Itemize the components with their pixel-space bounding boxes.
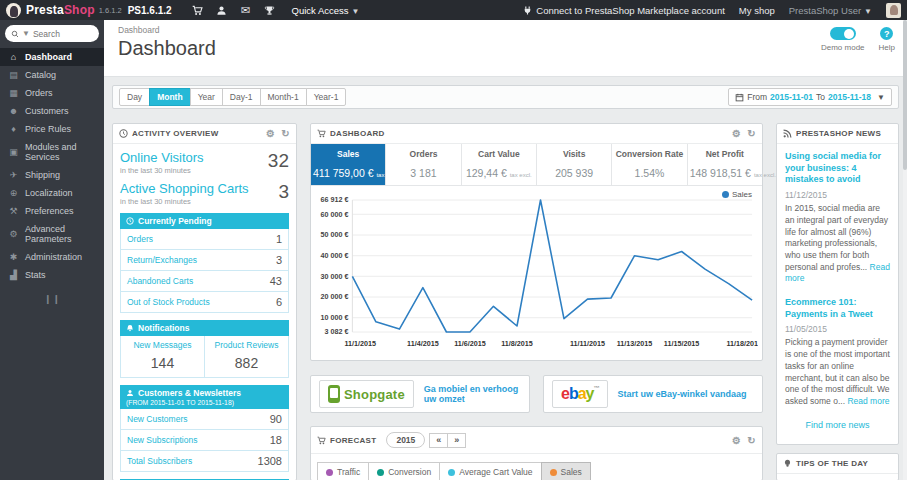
cell-value: 144 [123, 355, 202, 371]
sidebar-item-preferences[interactable]: ⚒Preferences [0, 202, 104, 220]
sidebar-item-modules[interactable]: ▣Modules and Services [0, 138, 104, 166]
active-carts-link[interactable]: Active Shopping Carts [120, 181, 289, 196]
forecast-year-button[interactable]: 2015 [386, 432, 425, 448]
sidebar-item-shipping[interactable]: ✈Shipping [0, 166, 104, 184]
shopgate-banner[interactable]: Shopgate Ga mobiel en verhoog uw omzet [310, 375, 530, 413]
page-scrollbar[interactable] [903, 20, 907, 480]
find-more-news-link[interactable]: Find more news [785, 408, 890, 440]
ebay-letter: y [586, 385, 594, 402]
modules-icon: ▣ [8, 147, 19, 157]
svg-text:60 000 €: 60 000 € [320, 210, 348, 219]
kpi-orders[interactable]: Orders3 181 [385, 144, 460, 185]
sidebar-item-price-rules[interactable]: ♦Price Rules [0, 120, 104, 138]
sidebar-item-localization[interactable]: ⊕Localization [0, 184, 104, 202]
clock-icon [126, 217, 134, 225]
kpi-cart-value[interactable]: Cart Value129,44 € tax excl. [461, 144, 536, 185]
kpi-value: 1.54% [635, 167, 665, 179]
chart-legend[interactable]: Sales [722, 190, 752, 199]
my-shop-link[interactable]: My shop [739, 5, 775, 16]
filter-month-1-button[interactable]: Month-1 [260, 88, 307, 106]
sidebar-item-label: Preferences [25, 206, 74, 216]
ebay-link[interactable]: Start uw eBay-winkel vandaag [618, 389, 747, 399]
user-icon[interactable] [210, 5, 234, 16]
help-icon[interactable]: ? [880, 27, 893, 40]
news-article-link[interactable]: Ecommerce 101: Payments in a Tweet [785, 297, 890, 320]
returns-link[interactable]: Return/Exchanges [127, 255, 197, 265]
activity-overview-panel: ACTIVITY OVERVIEW ⚙↻ Online Visitors in … [112, 123, 297, 480]
row-value: 3 [276, 254, 282, 266]
forecast-prev-button[interactable]: « [429, 433, 448, 448]
sidebar-item-advanced-parameters[interactable]: ⚙Advanced Parameters [0, 220, 104, 248]
settings-gear-icon[interactable]: ⚙ [732, 129, 741, 138]
kpi-net-profit[interactable]: Net Profit148 918,51 € tax excl. [687, 144, 762, 185]
refresh-icon[interactable]: ↻ [747, 436, 756, 445]
filter-day-1-button[interactable]: Day-1 [222, 88, 261, 106]
brand-presta: Presta [26, 3, 64, 17]
ebay-banner[interactable]: ebay™ Start uw eBay-winkel vandaag [543, 375, 763, 413]
read-more-link[interactable]: Read more [847, 396, 889, 406]
sidebar-item-customers[interactable]: ☻Customers [0, 102, 104, 120]
svg-text:11/8/2015: 11/8/2015 [501, 339, 533, 348]
settings-gear-icon[interactable]: ⚙ [732, 436, 741, 445]
quick-access-menu[interactable]: Quick Access▼ [292, 5, 360, 16]
kpi-sales[interactable]: Sales411 759,00 € tax excl. [311, 144, 385, 185]
cart-icon[interactable] [186, 5, 210, 16]
search-input[interactable] [33, 29, 85, 39]
kpi-label: Cart Value [464, 149, 534, 159]
trophy-icon[interactable] [258, 5, 282, 16]
product-reviews-link[interactable]: Product Reviews [207, 340, 286, 350]
filter-day-button[interactable]: Day [119, 88, 150, 106]
avatar[interactable] [886, 3, 901, 18]
new-customers-link[interactable]: New Customers [127, 414, 187, 424]
settings-gear-icon[interactable]: ⚙ [266, 129, 275, 138]
legend-label: Average Cart Value [459, 467, 532, 477]
sidebar-item-orders[interactable]: ▦Orders [0, 84, 104, 102]
globe-icon: ⊕ [8, 188, 19, 198]
table-row: Out of Stock Products6 [120, 292, 289, 313]
legend-traffic-toggle[interactable]: Traffic [317, 462, 369, 480]
ebay-letter: b [569, 385, 578, 402]
row-value: 90 [270, 413, 282, 425]
kpi-visits[interactable]: Visits205 939 [536, 144, 611, 185]
customers-newsletters-header: Customers & Newsletters (FROM 2015-11-01… [120, 385, 289, 409]
orders-link[interactable]: Orders [127, 234, 153, 244]
filter-month-button[interactable]: Month [149, 88, 191, 106]
filter-year-button[interactable]: Year [190, 88, 223, 106]
sidebar-item-stats[interactable]: ▟Stats [0, 266, 104, 284]
stat-value: 32 [268, 150, 289, 172]
mail-icon[interactable]: ✉ [234, 5, 258, 16]
online-visitors-link[interactable]: Online Visitors [120, 150, 289, 165]
line-chart: 66 912 €60 000 €50 000 €40 000 €30 000 €… [313, 190, 758, 356]
out-of-stock-link[interactable]: Out of Stock Products [127, 297, 210, 307]
sidebar-item-administration[interactable]: ✱Administration [0, 248, 104, 266]
new-messages-link[interactable]: New Messages [123, 340, 202, 350]
date-range-picker[interactable]: From 2015-11-01 To 2015-11-18 ▼ [728, 88, 892, 106]
sidebar-item-catalog[interactable]: ▤Catalog [0, 66, 104, 84]
refresh-icon[interactable]: ↻ [281, 129, 290, 138]
panel-title: TIPS OF THE DAY [796, 459, 868, 468]
row-value: 6 [276, 296, 282, 308]
new-subscriptions-link[interactable]: New Subscriptions [127, 435, 197, 445]
refresh-icon[interactable]: ↻ [747, 129, 756, 138]
legend-conversion-toggle[interactable]: Conversion [368, 462, 440, 480]
section-subtitle: (FROM 2015-11-01 TO 2015-11-18) [126, 399, 283, 406]
abandoned-carts-link[interactable]: Abandoned Carts [127, 276, 193, 286]
user-menu[interactable]: PrestaShop User▼ [789, 5, 872, 16]
scrollbar-thumb[interactable] [903, 20, 907, 170]
sidebar-search[interactable]: ▼ [5, 25, 99, 42]
kpi-conversion-rate[interactable]: Conversion Rate1.54% [611, 144, 686, 185]
demo-mode-toggle[interactable] [830, 27, 856, 40]
legend-sales-toggle[interactable]: Sales [541, 462, 591, 480]
menu-collapse-toggle[interactable]: ❙❙ [0, 284, 104, 304]
shopgate-link[interactable]: Ga mobiel en verhoog uw omzet [424, 384, 521, 404]
legend-label: Conversion [388, 467, 431, 477]
filter-year-1-button[interactable]: Year-1 [306, 88, 347, 106]
chevron-down-icon: ▼ [352, 7, 360, 16]
sidebar-item-dashboard[interactable]: ⌂Dashboard [0, 48, 104, 66]
legend-average-cart-value-toggle[interactable]: Average Cart Value [439, 462, 541, 480]
marketplace-connect-link[interactable]: Connect to PrestaShop Marketplace accoun… [523, 5, 725, 16]
news-article-link[interactable]: Using social media for your business: 4 … [785, 151, 890, 186]
forecast-next-button[interactable]: » [447, 433, 466, 448]
total-subscribers-link[interactable]: Total Subscribers [127, 456, 192, 466]
search-scope-caret-icon[interactable]: ▼ [22, 29, 30, 38]
